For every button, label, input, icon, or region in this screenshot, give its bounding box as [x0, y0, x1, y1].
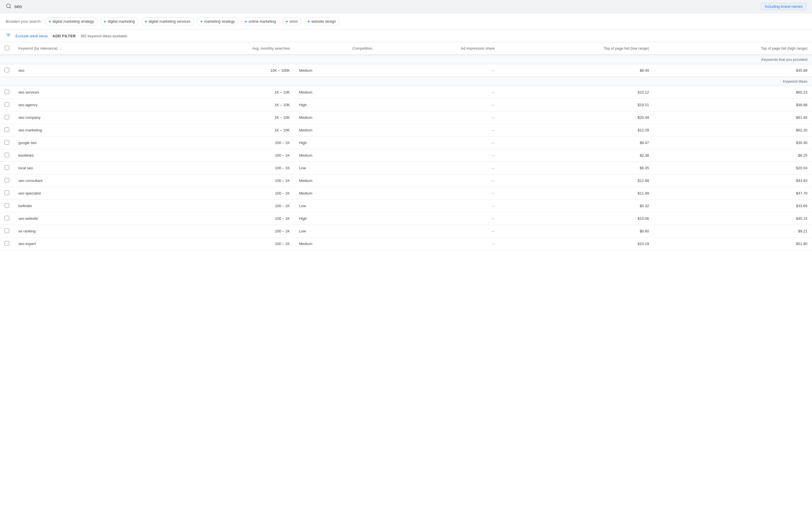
row-checkbox[interactable]: [5, 165, 9, 170]
avg-monthly: 100 – 1K: [162, 174, 294, 187]
row-checkbox-cell[interactable]: [0, 64, 14, 77]
top-bid-high: $9.21: [654, 225, 812, 237]
top-bid-high: $30.30: [654, 137, 812, 149]
exclude-adult-button[interactable]: Exclude adult ideas: [15, 34, 48, 38]
header-top-bid-low[interactable]: Top of page bid (low range): [499, 42, 654, 55]
row-checkbox[interactable]: [5, 190, 9, 195]
competition: Medium: [294, 149, 377, 162]
broaden-chip-digital-marketing[interactable]: + digital marketing: [100, 17, 139, 25]
row-checkbox-cell[interactable]: [0, 162, 14, 174]
top-bid-low: $12.28: [499, 124, 654, 137]
broaden-chip-marketing-strategy[interactable]: + marketing strategy: [197, 17, 239, 25]
table-row: local seo 100 – 1K Low — $6.35 $20.04: [0, 162, 812, 174]
ad-impression: —: [377, 187, 499, 200]
row-checkbox-cell[interactable]: [0, 174, 14, 187]
row-checkbox-cell[interactable]: [0, 124, 14, 137]
keyword-name: se ranking: [14, 225, 162, 237]
row-checkbox-cell[interactable]: [0, 237, 14, 250]
chip-label: marketing strategy: [204, 19, 235, 23]
ad-impression: —: [377, 149, 499, 162]
row-checkbox[interactable]: [5, 127, 9, 132]
header-avg-monthly[interactable]: Avg. monthly searches: [162, 42, 294, 55]
top-bid-low: $10.19: [499, 237, 654, 250]
row-checkbox-cell[interactable]: [0, 86, 14, 99]
ad-impression: —: [377, 137, 499, 149]
row-checkbox[interactable]: [5, 178, 9, 182]
keyword-name: seo: [14, 64, 162, 77]
broaden-chip-website-design[interactable]: + website design: [304, 17, 340, 25]
row-checkbox[interactable]: [5, 68, 9, 72]
filter-row: Exclude adult ideas ADD FILTER 392 keywo…: [0, 30, 812, 42]
top-bid-high: $62.20: [654, 124, 812, 137]
search-input[interactable]: [14, 4, 761, 9]
row-checkbox-cell[interactable]: [0, 225, 14, 237]
keyword-name: seo consultant: [14, 174, 162, 187]
table-row: seo website 100 – 1K High — $10.06 $45.1…: [0, 212, 812, 225]
row-checkbox[interactable]: [5, 228, 9, 233]
search-icon: [6, 3, 11, 10]
broaden-chip-digital-marketing-strategy[interactable]: + digital marketing strategy: [45, 17, 97, 25]
keyword-name: backlinks: [14, 149, 162, 162]
avg-monthly: 100 – 1K: [162, 162, 294, 174]
table-row: kwfinder 100 – 1K Low — $0.32 $33.66: [0, 200, 812, 212]
ad-impression: —: [377, 200, 499, 212]
header-checkbox-cell[interactable]: [0, 42, 14, 55]
section-label: Keyword ideas: [0, 77, 812, 86]
row-checkbox[interactable]: [5, 153, 9, 157]
row-checkbox-cell[interactable]: [0, 200, 14, 212]
add-filter-button[interactable]: ADD FILTER: [52, 34, 76, 38]
row-checkbox-cell[interactable]: [0, 111, 14, 124]
plus-icon: +: [200, 19, 203, 24]
broaden-search-row: Broaden your search: + digital marketing…: [0, 13, 812, 30]
top-bid-low: $10.06: [499, 212, 654, 225]
header-keyword[interactable]: Keyword (by relevance) ↓: [14, 42, 162, 55]
top-bid-low: $6.35: [499, 162, 654, 174]
section-label: Keywords that you provided: [0, 55, 812, 64]
row-checkbox[interactable]: [5, 102, 9, 107]
top-bid-low: $12.88: [499, 174, 654, 187]
row-checkbox[interactable]: [5, 241, 9, 245]
competition: Medium: [294, 64, 377, 77]
chip-label: online marketing: [248, 19, 276, 23]
top-bid-low: $9.47: [499, 137, 654, 149]
top-bid-high: $33.66: [654, 200, 812, 212]
top-bid-high: $48.88: [654, 99, 812, 111]
competition: Medium: [294, 124, 377, 137]
broaden-label: Broaden your search:: [6, 19, 41, 23]
row-checkbox-cell[interactable]: [0, 149, 14, 162]
table-row: backlinks 100 – 1K Medium — $2.38 $8.25: [0, 149, 812, 162]
keyword-name: seo company: [14, 111, 162, 124]
row-checkbox[interactable]: [5, 140, 9, 145]
top-bid-low: $0.32: [499, 200, 654, 212]
competition: High: [294, 137, 377, 149]
top-bid-low: $2.38: [499, 149, 654, 162]
broaden-chip-online-marketing[interactable]: + online marketing: [241, 17, 279, 25]
header-competition[interactable]: Competition: [294, 42, 377, 55]
row-checkbox[interactable]: [5, 203, 9, 208]
broaden-chip-digital-marketing-services[interactable]: + digital marketing services: [141, 17, 194, 25]
row-checkbox-cell[interactable]: [0, 99, 14, 111]
table-row: seo company 1K – 10K Medium — $20.49 $61…: [0, 111, 812, 124]
chip-label: digital marketing: [108, 19, 135, 23]
keyword-count: 392 keyword ideas available: [80, 34, 127, 38]
table-row: se ranking 100 – 1K Low — $0.60 $9.21: [0, 225, 812, 237]
row-checkbox[interactable]: [5, 90, 9, 94]
row-checkbox-cell[interactable]: [0, 137, 14, 149]
competition: Medium: [294, 187, 377, 200]
broaden-chip-smm[interactable]: + smm: [282, 17, 301, 25]
row-checkbox-cell[interactable]: [0, 187, 14, 200]
filter-icon: [6, 33, 11, 39]
table-row: seo marketing 1K – 10K Medium — $12.28 $…: [0, 124, 812, 137]
header-ad-impression[interactable]: Ad impression share: [377, 42, 499, 55]
top-bid-high: $45.14: [654, 212, 812, 225]
top-bid-low: $15.12: [499, 86, 654, 99]
top-bid-low: $0.60: [499, 225, 654, 237]
header-top-bid-high[interactable]: Top of page bid (high range): [654, 42, 812, 55]
row-checkbox[interactable]: [5, 216, 9, 220]
keyword-name: google seo: [14, 137, 162, 149]
select-all-checkbox[interactable]: [5, 46, 9, 50]
ad-impression: —: [377, 99, 499, 111]
row-checkbox[interactable]: [5, 115, 9, 119]
row-checkbox-cell[interactable]: [0, 212, 14, 225]
plus-icon: +: [244, 19, 247, 24]
